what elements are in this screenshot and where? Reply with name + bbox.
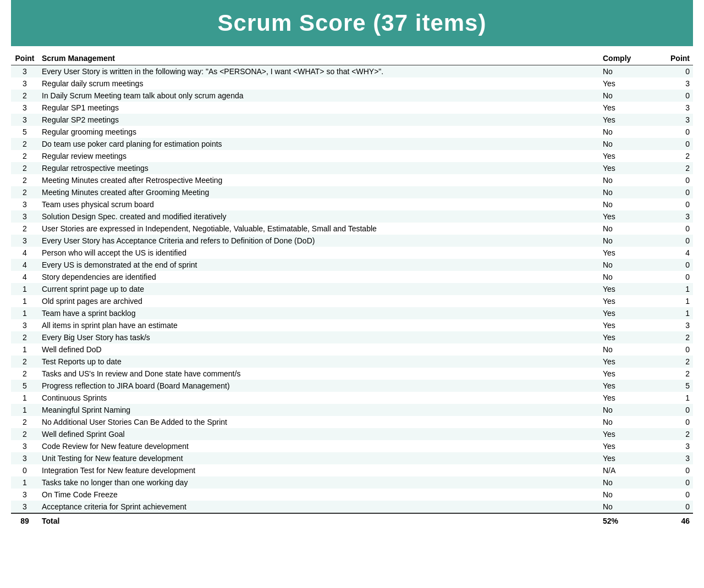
cell-comply: No <box>600 343 666 356</box>
cell-point: 2 <box>11 150 38 162</box>
cell-point: 1 <box>11 404 38 416</box>
table-row: 2Meeting Minutes created after Retrospec… <box>11 174 693 186</box>
cell-desc: Regular grooming meetings <box>38 126 600 138</box>
table-row: 3Regular SP1 meetingsYes3 <box>11 102 693 114</box>
cell-point: 5 <box>11 380 38 392</box>
header-score: Point <box>666 52 693 65</box>
cell-point: 3 <box>11 114 38 126</box>
cell-desc: Solution Design Spec. created and modifi… <box>38 210 600 223</box>
cell-point: 3 <box>11 452 38 464</box>
table-row: 2No Additional User Stories Can Be Added… <box>11 416 693 428</box>
cell-comply: Yes <box>600 247 666 259</box>
cell-comply: Yes <box>600 77 666 90</box>
table-row: 3Code Review for New feature development… <box>11 440 693 452</box>
cell-point: 3 <box>11 65 38 78</box>
cell-comply: No <box>600 223 666 235</box>
cell-comply: No <box>600 90 666 102</box>
table-row: 2Regular review meetingsYes2 <box>11 150 693 162</box>
cell-point: 3 <box>11 319 38 331</box>
cell-point: 4 <box>11 259 38 271</box>
header-point: Point <box>11 52 38 65</box>
cell-comply: Yes <box>600 114 666 126</box>
cell-point: 2 <box>11 174 38 186</box>
table-row: 1Well defined DoDNo0 <box>11 343 693 356</box>
cell-desc: Test Reports up to date <box>38 356 600 368</box>
cell-desc: Regular SP2 meetings <box>38 114 600 126</box>
table-row: 2In Daily Scrum Meeting team talk about … <box>11 90 693 102</box>
table-row: 0Integration Test for New feature develo… <box>11 464 693 476</box>
table-row: 1Old sprint pages are archivedYes1 <box>11 295 693 307</box>
table-row: 1Current sprint page up to dateYes1 <box>11 283 693 295</box>
cell-point: 2 <box>11 162 38 174</box>
cell-point: 0 <box>11 464 38 476</box>
table-row: 3Every User Story is written in the foll… <box>11 65 693 78</box>
cell-score: 1 <box>666 307 693 319</box>
cell-comply: Yes <box>600 150 666 162</box>
cell-point: 2 <box>11 368 38 380</box>
table-row: 3Acceptance criteria for Sprint achievem… <box>11 501 693 513</box>
cell-comply: No <box>600 404 666 416</box>
header-comply: Comply <box>600 52 666 65</box>
cell-desc: Continuous Sprints <box>38 392 600 404</box>
cell-comply: Yes <box>600 440 666 452</box>
cell-score: 0 <box>666 464 693 476</box>
cell-desc: Every US is demonstrated at the end of s… <box>38 259 600 271</box>
cell-desc: Do team use poker card planing for estim… <box>38 138 600 150</box>
table-row: 3Team uses physical scrum boardNo0 <box>11 198 693 210</box>
cell-score: 2 <box>666 150 693 162</box>
cell-desc: On Time Code Freeze <box>38 489 600 501</box>
cell-score: 0 <box>666 126 693 138</box>
cell-score: 0 <box>666 501 693 513</box>
table-row: 1Meaningful Sprint NamingNo0 <box>11 404 693 416</box>
cell-comply: No <box>600 198 666 210</box>
cell-score: 0 <box>666 235 693 247</box>
cell-comply: No <box>600 186 666 198</box>
cell-score: 3 <box>666 452 693 464</box>
cell-desc: Current sprint page up to date <box>38 283 600 295</box>
table-row: 3Every User Story has Acceptance Criteri… <box>11 235 693 247</box>
table-row: 2Tasks and US's In review and Done state… <box>11 368 693 380</box>
cell-desc: Code Review for New feature development <box>38 440 600 452</box>
cell-comply: Yes <box>600 307 666 319</box>
cell-desc: In Daily Scrum Meeting team talk about o… <box>38 90 600 102</box>
cell-score: 3 <box>666 114 693 126</box>
cell-desc: Regular retrospective meetings <box>38 162 600 174</box>
cell-comply: Yes <box>600 331 666 343</box>
cell-score: 1 <box>666 392 693 404</box>
table-row: 2Well defined Sprint GoalYes2 <box>11 428 693 440</box>
cell-score: 0 <box>666 416 693 428</box>
cell-desc: Meaningful Sprint Naming <box>38 404 600 416</box>
table-row: 1Team have a sprint backlogYes1 <box>11 307 693 319</box>
table-row: 4Every US is demonstrated at the end of … <box>11 259 693 271</box>
table-row: 2User Stories are expressed in Independe… <box>11 223 693 235</box>
cell-comply: Yes <box>600 452 666 464</box>
table-row: 2Do team use poker card planing for esti… <box>11 138 693 150</box>
cell-desc: Tasks and US's In review and Done state … <box>38 368 600 380</box>
cell-comply: Yes <box>600 295 666 307</box>
cell-point: 1 <box>11 392 38 404</box>
cell-point: 1 <box>11 343 38 356</box>
cell-point: 3 <box>11 501 38 513</box>
total-point: 89 <box>11 513 38 528</box>
cell-point: 3 <box>11 210 38 223</box>
cell-comply: Yes <box>600 162 666 174</box>
cell-point: 3 <box>11 102 38 114</box>
cell-score: 0 <box>666 65 693 78</box>
cell-desc: Tasks take no longer than one working da… <box>38 476 600 489</box>
table-row: 3Unit Testing for New feature developmen… <box>11 452 693 464</box>
cell-desc: Acceptance criteria for Sprint achieveme… <box>38 501 600 513</box>
cell-desc: All items in sprint plan have an estimat… <box>38 319 600 331</box>
cell-point: 2 <box>11 223 38 235</box>
cell-score: 0 <box>666 223 693 235</box>
cell-point: 2 <box>11 356 38 368</box>
cell-point: 3 <box>11 235 38 247</box>
table-row: 2Meeting Minutes created after Grooming … <box>11 186 693 198</box>
cell-point: 1 <box>11 307 38 319</box>
table-row: 4Story dependencies are identifiedNo0 <box>11 271 693 283</box>
cell-point: 5 <box>11 126 38 138</box>
cell-comply: No <box>600 271 666 283</box>
cell-point: 3 <box>11 198 38 210</box>
table-row: 2Regular retrospective meetingsYes2 <box>11 162 693 174</box>
cell-comply: No <box>600 138 666 150</box>
total-label: Total <box>38 513 600 528</box>
